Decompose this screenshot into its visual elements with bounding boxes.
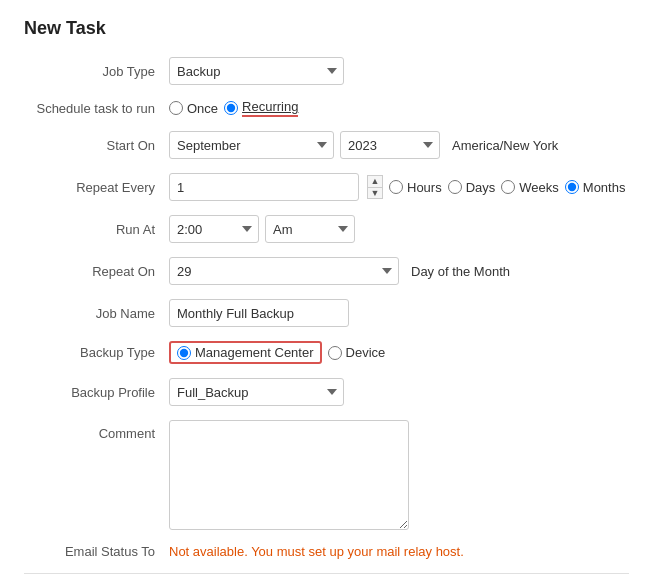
months-radio[interactable]: [565, 180, 579, 194]
email-status-text: Not available. You must set up your mail…: [169, 544, 464, 559]
device-radio[interactable]: [328, 346, 342, 360]
start-on-label: Start On: [24, 138, 169, 153]
recurring-label: Recurring: [242, 99, 298, 117]
repeat-every-input[interactable]: [169, 173, 359, 201]
spinner: ▲ ▼: [367, 175, 383, 199]
page-title: New Task: [24, 18, 629, 39]
backup-profile-select[interactable]: Full_Backup Incremental Differential: [169, 378, 344, 406]
recurring-radio[interactable]: [224, 101, 238, 115]
backup-profile-label: Backup Profile: [24, 385, 169, 400]
backup-type-controls: Management Center Device: [169, 341, 385, 364]
schedule-controls: Once Recurring: [169, 99, 298, 117]
management-center-radio-label[interactable]: Management Center: [177, 345, 314, 360]
weeks-radio-label[interactable]: Weeks: [501, 180, 559, 195]
repeat-every-controls: ▲ ▼ Hours Days Weeks Months: [169, 173, 625, 201]
backup-type-row: Backup Type Management Center Device: [24, 341, 629, 364]
start-on-controls: JanuaryFebruaryMarch AprilMayJune JulyAu…: [169, 131, 558, 159]
once-label: Once: [187, 101, 218, 116]
divider: [24, 573, 629, 574]
repeat-on-row: Repeat On 29 1234 5283031 Day of the Mon…: [24, 257, 629, 285]
day-of-month-text: Day of the Month: [411, 264, 510, 279]
email-status-label: Email Status To: [24, 544, 169, 559]
backup-profile-row: Backup Profile Full_Backup Incremental D…: [24, 378, 629, 406]
days-radio[interactable]: [448, 180, 462, 194]
management-center-wrapper: Management Center: [169, 341, 322, 364]
repeat-on-label: Repeat On: [24, 264, 169, 279]
repeat-every-row: Repeat Every ▲ ▼ Hours Days Weeks Months: [24, 173, 629, 201]
months-radio-label[interactable]: Months: [565, 180, 626, 195]
weeks-label: Weeks: [519, 180, 559, 195]
comment-textarea[interactable]: [169, 420, 409, 530]
job-name-row: Job Name: [24, 299, 629, 327]
time-select[interactable]: 2:003:004:00: [169, 215, 259, 243]
month-select[interactable]: JanuaryFebruaryMarch AprilMayJune JulyAu…: [169, 131, 334, 159]
backup-profile-controls: Full_Backup Incremental Differential: [169, 378, 344, 406]
days-label: Days: [466, 180, 496, 195]
hours-radio[interactable]: [389, 180, 403, 194]
job-type-row: Job Type Backup Restore Report: [24, 57, 629, 85]
hours-label: Hours: [407, 180, 442, 195]
job-name-controls: [169, 299, 349, 327]
comment-label: Comment: [24, 420, 169, 441]
once-radio[interactable]: [169, 101, 183, 115]
comment-row: Comment: [24, 420, 629, 530]
page-container: New Task Job Type Backup Restore Report …: [0, 0, 653, 581]
timezone-text: America/New York: [452, 138, 558, 153]
job-type-select[interactable]: Backup Restore Report: [169, 57, 344, 85]
management-center-radio[interactable]: [177, 346, 191, 360]
recurring-radio-label[interactable]: Recurring: [224, 99, 298, 117]
year-select[interactable]: 202320242025: [340, 131, 440, 159]
management-center-label: Management Center: [195, 345, 314, 360]
run-at-controls: 2:003:004:00 AmPm: [169, 215, 355, 243]
repeat-every-label: Repeat Every: [24, 180, 169, 195]
job-name-label: Job Name: [24, 306, 169, 321]
spinner-down[interactable]: ▼: [367, 187, 383, 199]
email-status-row: Email Status To Not available. You must …: [24, 544, 629, 559]
ampm-select[interactable]: AmPm: [265, 215, 355, 243]
days-radio-label[interactable]: Days: [448, 180, 496, 195]
job-type-controls: Backup Restore Report: [169, 57, 344, 85]
device-label: Device: [346, 345, 386, 360]
start-on-row: Start On JanuaryFebruaryMarch AprilMayJu…: [24, 131, 629, 159]
repeat-on-select[interactable]: 29 1234 5283031: [169, 257, 399, 285]
hours-radio-label[interactable]: Hours: [389, 180, 442, 195]
job-type-label: Job Type: [24, 64, 169, 79]
run-at-row: Run At 2:003:004:00 AmPm: [24, 215, 629, 243]
once-radio-label[interactable]: Once: [169, 101, 218, 116]
spinner-up[interactable]: ▲: [367, 175, 383, 187]
repeat-on-controls: 29 1234 5283031 Day of the Month: [169, 257, 510, 285]
schedule-row: Schedule task to run Once Recurring: [24, 99, 629, 117]
job-name-input[interactable]: [169, 299, 349, 327]
months-label: Months: [583, 180, 626, 195]
device-radio-label[interactable]: Device: [328, 345, 386, 360]
weeks-radio[interactable]: [501, 180, 515, 194]
schedule-label: Schedule task to run: [24, 101, 169, 116]
backup-type-label: Backup Type: [24, 345, 169, 360]
email-status-controls: Not available. You must set up your mail…: [169, 544, 464, 559]
run-at-label: Run At: [24, 222, 169, 237]
